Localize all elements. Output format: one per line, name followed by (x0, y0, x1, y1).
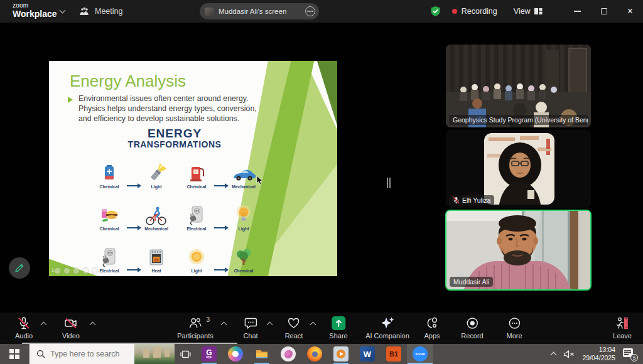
taskbar-app-zoom[interactable]: zoom (407, 344, 433, 364)
food-icon (99, 205, 120, 226)
start-button[interactable] (0, 344, 29, 364)
chat-options-caret[interactable] (267, 322, 273, 328)
tray-expand-icon[interactable] (551, 352, 557, 358)
sparkle-icon (380, 316, 395, 330)
participants-icon (188, 316, 203, 330)
minimize-button[interactable] (574, 11, 581, 12)
taskbar-app-foxit-pdf[interactable]: GPDF (196, 344, 222, 364)
shared-screen-slide: Energy Analysis Environmental issues oft… (49, 61, 337, 276)
participants-label: Participants (177, 332, 213, 340)
energy-type-label: Light (151, 185, 161, 189)
close-button[interactable]: × (627, 6, 633, 16)
screen-thumbnail-icon (205, 8, 214, 16)
participants-button[interactable]: 3 Participants (177, 316, 213, 340)
chat-label: Chat (243, 332, 257, 340)
taskbar-app-b1[interactable]: B1 (381, 344, 407, 364)
sun-icon (186, 247, 207, 268)
video-options-caret[interactable] (90, 322, 96, 328)
view-label: View (514, 7, 531, 16)
panel-resize-handle[interactable] (387, 178, 391, 188)
video-tile-geophysics[interactable]: Geophysics Study Program (University of … (446, 45, 591, 127)
clock-time: 13:04 (582, 346, 615, 354)
windows-taskbar: GPDF W B1 (0, 344, 643, 364)
shared-screen-pill[interactable]: Muddasir Ali's screen ••• (200, 3, 319, 19)
react-button[interactable]: React (285, 316, 303, 340)
tab-meeting-label: Meeting (95, 7, 122, 16)
leave-door-icon (615, 316, 630, 330)
apps-button[interactable]: Apps (424, 316, 440, 340)
participants-count-badge: 3 (206, 316, 210, 323)
taskbar-app-media-player[interactable] (328, 344, 354, 364)
outlet-icon (186, 205, 207, 226)
energy-type-label: Chemical (186, 185, 206, 189)
mic-muted-icon (17, 316, 31, 330)
oven-icon (146, 247, 167, 268)
search-daily-image[interactable] (134, 344, 175, 364)
chevron-down-icon[interactable] (60, 8, 66, 14)
b1-app-icon: B1 (386, 346, 401, 361)
transformation-pair: Chemical Mechanical (180, 150, 260, 189)
video-tile-elfi-yuliza[interactable]: Elfi Yuliza (446, 130, 591, 208)
maximize-button[interactable] (601, 8, 607, 14)
battery-icon (99, 163, 120, 184)
apps-icon (425, 316, 439, 330)
taskbar-app-copilot[interactable] (222, 344, 249, 364)
video-button[interactable]: Video (62, 316, 80, 340)
recording-status[interactable]: Recording (462, 7, 497, 16)
taskbar-app-file-explorer[interactable] (249, 344, 275, 364)
audio-options-caret[interactable] (41, 322, 47, 328)
pill-more-icon[interactable]: ••• (305, 6, 315, 16)
more-ellipsis-icon (507, 316, 521, 330)
energy-type-label: Chemical (99, 185, 119, 189)
volume-muted-icon[interactable] (563, 350, 575, 359)
mouse-cursor-icon (256, 176, 263, 185)
transformation-pair: Electrical Light (180, 192, 260, 231)
slide-title: Energy Analysis (70, 72, 186, 91)
notification-center-button[interactable]: 5 (623, 348, 637, 360)
search-input[interactable] (49, 349, 131, 359)
notification-count-badge: 5 (630, 354, 638, 361)
security-shield-icon[interactable] (430, 6, 441, 17)
video-tile-muddasir-ali[interactable]: Muddasir Ali (445, 210, 592, 291)
annotate-button[interactable] (9, 257, 30, 279)
view-button[interactable]: View (514, 7, 543, 16)
camera-muted-icon (63, 316, 78, 330)
video-label: Video (62, 332, 80, 340)
taskbar-search[interactable] (29, 344, 175, 364)
more-button[interactable]: More (506, 316, 522, 340)
arrow-icon (127, 269, 139, 270)
taskbar-clock[interactable]: 13:04 29/04/2025 (582, 346, 615, 362)
tab-meeting[interactable]: Meeting (79, 4, 122, 18)
share-button[interactable]: Share (329, 316, 347, 340)
pinned-apps: GPDF W B1 (196, 344, 433, 364)
share-label: Share (329, 332, 347, 340)
taskbar-app-word[interactable]: W (354, 344, 381, 364)
arrow-icon (127, 227, 139, 228)
energy-type-label: Electrical (186, 227, 206, 231)
transformation-pair: Electrical Heat (93, 234, 173, 273)
record-button[interactable]: Record (461, 316, 483, 340)
ai-companion-button[interactable]: AI Companion (365, 316, 409, 340)
taskbar-app-firefox[interactable] (301, 344, 328, 364)
react-options-caret[interactable] (310, 322, 316, 328)
more-label: More (506, 332, 522, 340)
task-view-button[interactable] (175, 344, 196, 364)
people-group-icon (79, 7, 90, 16)
clock-date: 29/04/2025 (582, 354, 615, 362)
arrow-icon (214, 227, 226, 228)
arrow-icon (214, 185, 226, 186)
word-icon: W (360, 346, 375, 361)
energy-type-label: Chemical (234, 269, 253, 273)
zoom-app-icon: zoom (413, 346, 428, 361)
taskbar-app-sticker[interactable] (275, 344, 301, 364)
participants-options-caret[interactable] (221, 322, 227, 328)
recording-dot-icon (452, 9, 457, 14)
leave-button[interactable]: Leave (613, 316, 632, 340)
chat-bubble-icon (244, 316, 257, 330)
energy-type-label: Heat (151, 269, 161, 273)
fuel-pump-icon (186, 163, 207, 184)
participant-name: Muddasir Ali (453, 278, 489, 286)
chat-button[interactable]: Chat (243, 316, 257, 340)
watermark-controls (54, 267, 99, 274)
audio-button[interactable]: Audio (15, 316, 33, 340)
